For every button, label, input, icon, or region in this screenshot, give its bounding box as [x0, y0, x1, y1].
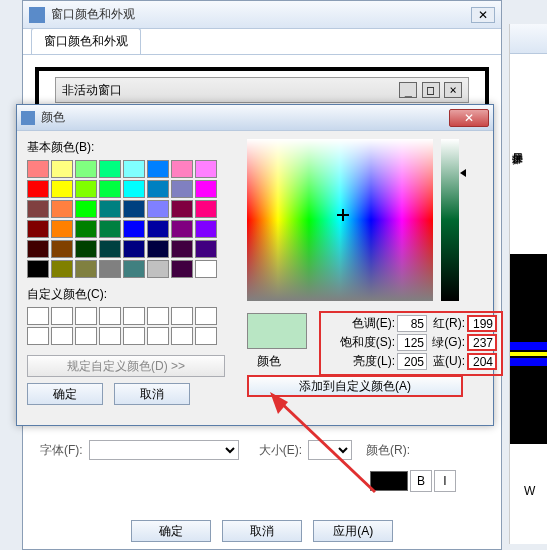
font-label: 字体(F):: [40, 442, 83, 459]
basic-color-cell[interactable]: [171, 260, 193, 278]
color-dialog-close-button[interactable]: ✕: [449, 109, 489, 127]
custom-colors-label: 自定义颜色(C):: [27, 286, 247, 303]
basic-color-cell[interactable]: [147, 180, 169, 198]
basic-color-cell[interactable]: [171, 220, 193, 238]
custom-color-cell[interactable]: [171, 307, 193, 325]
basic-color-cell[interactable]: [123, 180, 145, 198]
basic-color-cell[interactable]: [99, 240, 121, 258]
basic-color-cell[interactable]: [123, 240, 145, 258]
basic-colors-label: 基本颜色(B):: [27, 139, 247, 156]
green-label: 绿(G):: [431, 334, 465, 351]
basic-color-cell[interactable]: [75, 160, 97, 178]
basic-color-cell[interactable]: [147, 240, 169, 258]
basic-color-cell[interactable]: [75, 180, 97, 198]
hue-input[interactable]: [397, 315, 427, 332]
basic-color-cell[interactable]: [99, 200, 121, 218]
basic-color-cell[interactable]: [99, 260, 121, 278]
basic-color-cell[interactable]: [171, 200, 193, 218]
tab-appearance[interactable]: 窗口颜色和外观: [31, 28, 141, 54]
custom-color-cell[interactable]: [123, 307, 145, 325]
sat-input[interactable]: [397, 334, 427, 351]
custom-color-cell[interactable]: [195, 327, 217, 345]
custom-color-cell[interactable]: [75, 307, 97, 325]
basic-color-cell[interactable]: [147, 260, 169, 278]
font-select[interactable]: [89, 440, 239, 460]
size-select[interactable]: [308, 440, 352, 460]
custom-color-cell[interactable]: [171, 327, 193, 345]
basic-color-cell[interactable]: [99, 220, 121, 238]
custom-color-cell[interactable]: [147, 327, 169, 345]
basic-color-cell[interactable]: [147, 200, 169, 218]
color-cancel-button[interactable]: 取消: [114, 383, 190, 405]
basic-color-cell[interactable]: [123, 200, 145, 218]
parent-close-button[interactable]: ✕: [471, 7, 495, 23]
basic-color-cell[interactable]: [99, 180, 121, 198]
basic-color-cell[interactable]: [123, 160, 145, 178]
bold-button[interactable]: B: [410, 470, 432, 492]
custom-color-cell[interactable]: [99, 327, 121, 345]
blue-input[interactable]: [467, 353, 497, 370]
parent-cancel-button[interactable]: 取消: [222, 520, 302, 542]
basic-color-cell[interactable]: [195, 160, 217, 178]
basic-color-cell[interactable]: [27, 160, 49, 178]
tab-strip: 窗口颜色和外观: [23, 29, 501, 55]
right-panel-peek: 屏幕保护 高 W: [509, 24, 547, 544]
custom-color-cell[interactable]: [27, 327, 49, 345]
color-dialog-title: 颜色: [41, 109, 449, 126]
basic-color-cell[interactable]: [75, 200, 97, 218]
color-swatch-button[interactable]: [370, 471, 408, 491]
custom-color-cell[interactable]: [195, 307, 217, 325]
basic-color-cell[interactable]: [27, 180, 49, 198]
basic-color-cell[interactable]: [171, 240, 193, 258]
green-input[interactable]: [467, 334, 497, 351]
custom-color-cell[interactable]: [147, 307, 169, 325]
basic-color-cell[interactable]: [27, 240, 49, 258]
parent-titlebar[interactable]: 窗口颜色和外观 ✕: [23, 1, 501, 29]
basic-color-cell[interactable]: [171, 160, 193, 178]
custom-color-cell[interactable]: [99, 307, 121, 325]
color-dialog-titlebar[interactable]: 颜色 ✕: [17, 105, 493, 131]
parent-ok-button[interactable]: 确定: [131, 520, 211, 542]
custom-color-cell[interactable]: [51, 307, 73, 325]
color-preview-label: 颜色: [257, 353, 281, 370]
custom-color-cell[interactable]: [51, 327, 73, 345]
basic-color-cell[interactable]: [51, 160, 73, 178]
right-label: 高: [524, 404, 536, 421]
basic-color-cell[interactable]: [27, 220, 49, 238]
red-input[interactable]: [467, 315, 497, 332]
italic-button[interactable]: I: [434, 470, 456, 492]
basic-color-cell[interactable]: [195, 260, 217, 278]
basic-color-cell[interactable]: [195, 200, 217, 218]
blue-label: 蓝(U):: [431, 353, 465, 370]
basic-color-cell[interactable]: [75, 240, 97, 258]
basic-color-cell[interactable]: [99, 160, 121, 178]
basic-color-cell[interactable]: [51, 180, 73, 198]
basic-color-cell[interactable]: [27, 260, 49, 278]
basic-color-cell[interactable]: [75, 220, 97, 238]
basic-color-cell[interactable]: [147, 220, 169, 238]
color-ok-button[interactable]: 确定: [27, 383, 103, 405]
custom-color-cell[interactable]: [27, 307, 49, 325]
custom-color-cell[interactable]: [123, 327, 145, 345]
basic-color-cell[interactable]: [123, 260, 145, 278]
define-custom-button[interactable]: 规定自定义颜色(D) >>: [27, 355, 225, 377]
color-gradient-picker[interactable]: [247, 139, 433, 301]
basic-color-cell[interactable]: [51, 260, 73, 278]
basic-color-cell[interactable]: [27, 200, 49, 218]
basic-color-cell[interactable]: [51, 240, 73, 258]
red-label: 红(R):: [431, 315, 465, 332]
basic-color-cell[interactable]: [195, 220, 217, 238]
luminance-slider[interactable]: [441, 139, 459, 301]
basic-color-cell[interactable]: [123, 220, 145, 238]
basic-color-cell[interactable]: [147, 160, 169, 178]
basic-color-cell[interactable]: [195, 180, 217, 198]
parent-apply-button[interactable]: 应用(A): [313, 520, 393, 542]
add-to-custom-button[interactable]: 添加到自定义颜色(A): [247, 375, 463, 397]
basic-color-cell[interactable]: [51, 220, 73, 238]
basic-color-cell[interactable]: [75, 260, 97, 278]
lum-input[interactable]: [397, 353, 427, 370]
custom-color-cell[interactable]: [75, 327, 97, 345]
basic-color-cell[interactable]: [171, 180, 193, 198]
basic-color-cell[interactable]: [51, 200, 73, 218]
basic-color-cell[interactable]: [195, 240, 217, 258]
